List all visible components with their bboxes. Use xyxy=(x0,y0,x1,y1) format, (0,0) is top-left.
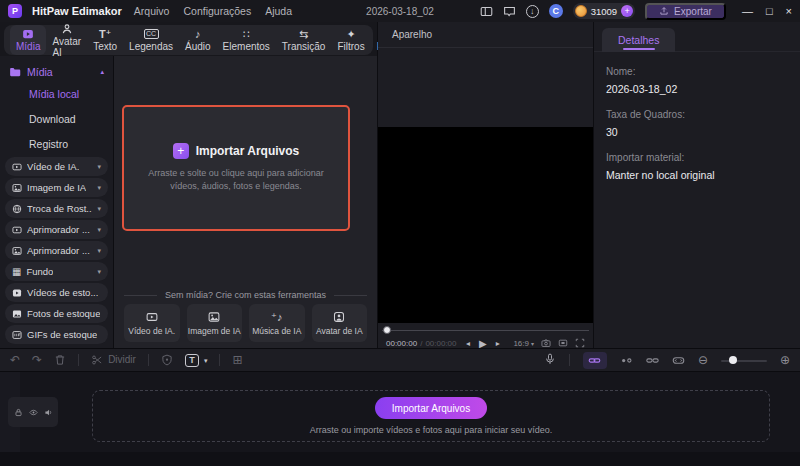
chain-icon[interactable] xyxy=(646,354,659,367)
eye-icon[interactable] xyxy=(29,408,38,417)
speaker-icon[interactable] xyxy=(44,408,53,417)
sidebar-item-midia-local[interactable]: Mídia local xyxy=(29,82,108,107)
user-avatar[interactable]: C xyxy=(549,4,563,18)
sidebar-item-aprimorador-imagem[interactable]: Aprimorador ... ▾ xyxy=(5,241,108,260)
video-viewport[interactable] xyxy=(378,127,593,323)
sidebar-item-gifs-de-estoque[interactable]: GIFs de estoque xyxy=(5,325,108,344)
next-frame-button[interactable]: ▸ xyxy=(496,339,500,348)
seek-bar[interactable] xyxy=(378,325,593,335)
main-content: Mídia Avatar AI T⁺ Texto CC Legendas xyxy=(0,22,800,348)
tab-audio[interactable]: ♪ Áudio xyxy=(179,25,217,55)
export-button[interactable]: Exportar xyxy=(645,3,726,20)
undo-icon[interactable]: ↶ xyxy=(10,354,20,366)
tab-filtros[interactable]: ✦ Filtros xyxy=(331,25,370,55)
chevron-down-icon: ▾ xyxy=(97,205,101,213)
tab-legendas[interactable]: CC Legendas xyxy=(123,25,179,55)
minimize-button[interactable]: — xyxy=(742,6,753,17)
tool-imagem-de-ia[interactable]: Imagem de IA xyxy=(187,304,243,342)
chevron-down-icon: ▾ xyxy=(97,226,101,234)
import-dropzone[interactable]: + Importar Arquivos Arraste e solte ou c… xyxy=(122,105,350,231)
fullscreen-icon[interactable] xyxy=(575,338,585,348)
field-value-taxa-quadros: 30 xyxy=(606,126,800,138)
sidebar-item-download[interactable]: Download xyxy=(29,107,108,132)
media-panel: + Importar Arquivos Arraste e solte ou c… xyxy=(114,56,377,348)
menu-arquivo[interactable]: Arquivo xyxy=(132,5,172,17)
field-label-importar-material: Importar material: xyxy=(606,152,800,163)
preview-panel: Aparelho 00:00:00 / 00:00:00 ◂ ▶ ▸ xyxy=(378,22,594,348)
tool-avatar-de-ia[interactable]: Avatar de IA xyxy=(312,304,368,342)
tool-video-de-ia[interactable]: Vídeo de IA. xyxy=(124,304,180,342)
sidebar-group-midia[interactable]: Mídia ▴ xyxy=(5,62,108,82)
tab-avatar-ai[interactable]: Avatar AI xyxy=(46,25,87,55)
timeline-toolbar: ↶ ↷ Dividir T ▾ ⊞ xyxy=(0,348,800,372)
gif-icon xyxy=(12,330,22,340)
zoom-slider-handle[interactable] xyxy=(729,356,737,364)
sidebar-item-fundo[interactable]: ▦ Fundo ▾ xyxy=(5,262,108,281)
tab-midia[interactable]: Mídia xyxy=(10,25,46,55)
sidebar-item-registro[interactable]: Registro xyxy=(29,132,108,157)
timeline-import-button[interactable]: Importar Arquivos xyxy=(375,397,487,419)
layout-icon[interactable] xyxy=(480,5,493,18)
quick-text-button[interactable]: T ▾ xyxy=(185,354,208,367)
field-label-taxa-quadros: Taxa de Quadros: xyxy=(606,109,800,120)
timeline-zoom-slider[interactable] xyxy=(721,355,767,365)
chevron-down-icon: ▾ xyxy=(97,268,101,276)
aspect-ratio-select[interactable]: 16:9▾ xyxy=(513,339,534,348)
elements-grid-icon: ∷ xyxy=(243,28,250,40)
add-coins-icon[interactable]: + xyxy=(621,5,633,17)
text-tool-icon: T xyxy=(185,354,199,367)
auto-link-toggle[interactable] xyxy=(583,352,607,369)
transition-arrows-icon: ⇆ xyxy=(299,28,308,40)
stock-video-icon xyxy=(12,288,22,298)
close-button[interactable]: × xyxy=(786,6,792,17)
sidebar-item-fotos-de-estoque[interactable]: Fotos de estoque xyxy=(5,304,108,323)
seek-track[interactable] xyxy=(382,330,589,331)
sidebar-item-videos-de-estoque[interactable]: Vídeos de esto... xyxy=(5,283,108,302)
expand-clip-icon[interactable] xyxy=(672,354,685,367)
tabbar: Mídia Avatar AI T⁺ Texto CC Legendas xyxy=(0,22,377,56)
sidebar-item-troca-de-rosto[interactable]: Troca de Rost... ▾ xyxy=(5,199,108,218)
redo-icon[interactable]: ↷ xyxy=(32,354,42,366)
tab-transicao[interactable]: ⇆ Transição xyxy=(276,25,332,55)
upload-icon xyxy=(659,6,669,16)
tab-elementos[interactable]: ∷ Elementos xyxy=(217,25,276,55)
magnet-icon[interactable] xyxy=(620,354,633,367)
delete-icon[interactable] xyxy=(54,354,66,366)
tab-detalhes[interactable]: Detalhes xyxy=(602,28,675,52)
sidebar-item-imagem-de-ia[interactable]: Imagem de IA ▾ xyxy=(5,178,108,197)
split-button[interactable]: Dividir xyxy=(91,354,136,366)
zoom-out-icon[interactable]: ⊖ xyxy=(698,353,708,367)
play-button[interactable]: ▶ xyxy=(479,338,487,349)
menu-configuracoes[interactable]: Configurações xyxy=(181,5,253,17)
shield-icon[interactable] xyxy=(161,354,173,366)
previous-frame-button[interactable]: ◂ xyxy=(466,339,470,348)
coin-balance[interactable]: 31009 + xyxy=(573,3,635,19)
timeline-dropzone[interactable]: Importar Arquivos Arraste ou importe víd… xyxy=(92,390,770,442)
timeline-scroll-strip[interactable] xyxy=(0,452,800,466)
menu-ajuda[interactable]: Ajuda xyxy=(263,5,294,17)
microphone-icon[interactable] xyxy=(544,351,556,369)
zoom-in-icon[interactable]: ⊕ xyxy=(780,353,790,367)
preview-header: Aparelho xyxy=(378,22,593,48)
text-icon: T⁺ xyxy=(99,28,112,40)
sidebar-item-aprimorador-video[interactable]: Aprimorador ... ▾ xyxy=(5,220,108,239)
zoom-frame-icon[interactable]: ⊞ xyxy=(232,354,242,366)
face-swap-icon xyxy=(12,204,22,214)
fit-screen-icon[interactable] xyxy=(558,338,568,348)
avatar-badge-icon xyxy=(333,311,345,323)
tab-texto[interactable]: T⁺ Texto xyxy=(87,25,123,55)
timeline-area[interactable]: Importar Arquivos Arraste ou importe víd… xyxy=(0,372,800,466)
lock-icon[interactable] xyxy=(14,408,23,417)
seek-handle[interactable] xyxy=(383,326,391,334)
tool-musica-de-ia[interactable]: ⁺♪ Música de IA xyxy=(249,304,305,342)
field-label-nome: Nome: xyxy=(606,66,800,77)
snapshot-camera-icon[interactable] xyxy=(541,338,551,348)
import-title: Importar Arquivos xyxy=(196,144,300,158)
feedback-icon[interactable] xyxy=(503,5,516,18)
sidebar-item-video-de-ia[interactable]: Vídeo de IA. ▾ xyxy=(5,157,108,176)
image-icon xyxy=(12,183,22,193)
download-icon[interactable]: ↓ xyxy=(526,5,539,18)
maximize-button[interactable]: □ xyxy=(766,6,773,17)
chevron-down-icon: ▾ xyxy=(97,184,101,192)
coin-icon xyxy=(575,5,587,17)
